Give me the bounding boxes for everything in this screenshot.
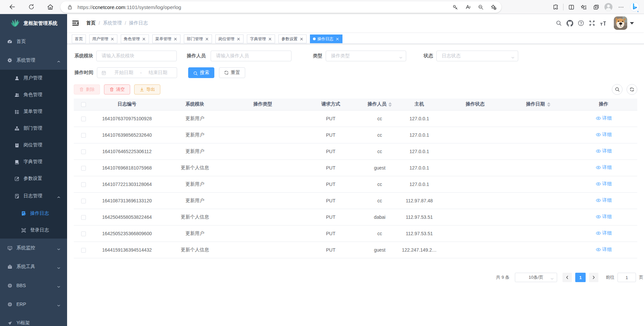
detail-link[interactable]: 详细 bbox=[596, 230, 612, 236]
detail-link[interactable]: 详细 bbox=[596, 132, 612, 138]
sort-carets-icon[interactable] bbox=[547, 102, 550, 107]
browser-menu-icon[interactable] bbox=[616, 2, 626, 12]
search-button[interactable]: 搜索 bbox=[188, 67, 214, 78]
tab-close-icon[interactable] bbox=[335, 37, 339, 41]
reset-button[interactable]: 重置 bbox=[219, 67, 245, 78]
add-favorite-icon[interactable] bbox=[489, 2, 498, 12]
sort-carets-icon[interactable] bbox=[388, 102, 392, 107]
browser-home-icon[interactable] bbox=[46, 2, 55, 12]
toggle-search-button[interactable] bbox=[612, 84, 623, 95]
avatar[interactable] bbox=[614, 16, 627, 30]
page-size-select[interactable]: 10条/页 bbox=[515, 273, 557, 282]
date-range-input[interactable]: 开始日期 - 结束日期 bbox=[97, 67, 177, 78]
tab-字典管理[interactable]: 字典管理 bbox=[247, 35, 275, 43]
page-number-1[interactable]: 1 bbox=[575, 273, 586, 282]
url-text[interactable]: https://ccnetcore.com:1101/system/log/op… bbox=[77, 4, 450, 10]
clear-button[interactable]: 清空 bbox=[104, 84, 130, 94]
tab-close-icon[interactable] bbox=[142, 37, 146, 41]
tab-用户管理[interactable]: 用户管理 bbox=[89, 35, 117, 43]
prev-page-button[interactable] bbox=[562, 273, 572, 282]
module-input[interactable]: 请输入系统模块 bbox=[96, 51, 177, 61]
sidebar-item-BBS[interactable]: BBS bbox=[0, 276, 67, 295]
row-checkbox[interactable] bbox=[81, 232, 86, 236]
detail-link[interactable]: 详细 bbox=[596, 247, 612, 253]
column-header-操作日期[interactable]: 操作日期 bbox=[506, 99, 570, 110]
sidebar-item-首页[interactable]: 首页 bbox=[0, 32, 67, 51]
help-icon[interactable] bbox=[578, 20, 584, 26]
refresh-table-button[interactable] bbox=[627, 84, 637, 95]
tab-close-icon[interactable] bbox=[236, 37, 240, 41]
tab-角色管理[interactable]: 角色管理 bbox=[121, 35, 149, 43]
copilot-bing-icon[interactable] bbox=[629, 1, 641, 13]
operator-input[interactable]: 请输入操作人员 bbox=[211, 51, 291, 61]
read-aloud-icon[interactable] bbox=[463, 2, 473, 12]
sidebar-item-登录日志[interactable]: 登录日志 bbox=[0, 222, 67, 239]
sidebar-item-系统工具[interactable]: 系统工具 bbox=[0, 257, 67, 276]
header-search-icon[interactable] bbox=[555, 20, 562, 26]
caret-down-icon[interactable] bbox=[630, 22, 634, 24]
detail-link[interactable]: 详细 bbox=[596, 214, 612, 220]
row-checkbox[interactable] bbox=[81, 133, 86, 138]
detail-link[interactable]: 详细 bbox=[596, 148, 612, 154]
row-checkbox[interactable] bbox=[81, 149, 86, 154]
row-checkbox[interactable] bbox=[81, 199, 86, 203]
type-select[interactable]: 操作类型 bbox=[326, 51, 406, 61]
row-checkbox[interactable] bbox=[81, 166, 86, 171]
tab-部门管理[interactable]: 部门管理 bbox=[184, 35, 212, 43]
export-button[interactable]: 导出 bbox=[134, 84, 160, 94]
password-key-icon[interactable] bbox=[450, 2, 460, 12]
tab-参数设置[interactable]: 参数设置 bbox=[278, 35, 307, 43]
status-select[interactable]: 日志状态 bbox=[436, 51, 518, 61]
detail-link[interactable]: 详细 bbox=[596, 197, 612, 203]
row-checkbox[interactable] bbox=[81, 248, 86, 253]
select-all-checkbox[interactable] bbox=[81, 102, 86, 107]
row-checkbox[interactable] bbox=[81, 215, 86, 220]
delete-button[interactable]: 删除 bbox=[74, 84, 100, 94]
sidebar-item-菜单管理[interactable]: 菜单管理 bbox=[0, 103, 67, 120]
tab-岗位管理[interactable]: 岗位管理 bbox=[215, 35, 244, 43]
split-screen-icon[interactable] bbox=[567, 2, 576, 12]
sidebar-item-ERP[interactable]: ERP bbox=[0, 295, 67, 314]
tab-操作日志[interactable]: 操作日志 bbox=[310, 35, 342, 43]
sidebar-item-部门管理[interactable]: 部门管理 bbox=[0, 120, 67, 137]
browser-profile-icon[interactable] bbox=[604, 2, 613, 12]
fullscreen-icon[interactable] bbox=[589, 20, 595, 26]
next-page-button[interactable] bbox=[589, 273, 598, 282]
detail-link[interactable]: 详细 bbox=[596, 115, 612, 121]
jump-page-input[interactable]: 1 bbox=[618, 273, 636, 282]
browser-back-icon[interactable] bbox=[7, 2, 17, 12]
sidebar-item-参数设置[interactable]: 参数设置 bbox=[0, 170, 67, 187]
detail-link[interactable]: 详细 bbox=[596, 165, 612, 171]
font-size-icon[interactable] bbox=[600, 20, 606, 26]
sidebar-item-用户管理[interactable]: 用户管理 bbox=[0, 70, 67, 86]
sidebar-item-字典管理[interactable]: 字典管理 bbox=[0, 153, 67, 170]
sidebar-item-系统监控[interactable]: 系统监控 bbox=[0, 239, 67, 257]
row-checkbox[interactable] bbox=[81, 182, 86, 187]
row-checkbox[interactable] bbox=[81, 117, 86, 121]
collections-icon[interactable] bbox=[591, 2, 601, 12]
tab-close-icon[interactable] bbox=[205, 37, 209, 41]
sidebar-item-岗位管理[interactable]: 岗位管理 bbox=[0, 137, 67, 153]
tab-close-icon[interactable] bbox=[300, 37, 304, 41]
tab-首页[interactable]: 首页 bbox=[72, 35, 86, 43]
tab-close-icon[interactable] bbox=[173, 37, 177, 41]
zoom-out-icon[interactable] bbox=[476, 2, 485, 12]
sidebar-item-系统管理[interactable]: 系统管理 bbox=[0, 51, 67, 70]
hamburger-icon[interactable] bbox=[72, 20, 79, 26]
detail-link[interactable]: 详细 bbox=[596, 181, 612, 187]
github-icon[interactable] bbox=[567, 20, 573, 26]
sidebar-item-Yi框架[interactable]: Yi框架 bbox=[0, 314, 67, 326]
tab-close-icon[interactable] bbox=[268, 37, 272, 41]
breadcrumb-item[interactable]: 首页 bbox=[86, 20, 96, 26]
tab-close-icon[interactable] bbox=[110, 37, 114, 41]
sidebar-item-角色管理[interactable]: 角色管理 bbox=[0, 86, 67, 103]
address-bar[interactable]: https://ccnetcore.com:1101/system/log/op… bbox=[60, 1, 501, 13]
browser-refresh-icon[interactable] bbox=[26, 2, 36, 12]
column-header-操作人员[interactable]: 操作人员 bbox=[365, 99, 395, 110]
sidebar-item-操作日志[interactable]: 操作日志 bbox=[0, 205, 67, 222]
tab-菜单管理[interactable]: 菜单管理 bbox=[152, 35, 180, 43]
extensions-icon[interactable] bbox=[551, 2, 560, 12]
sidebar-item-日志管理[interactable]: 日志管理 bbox=[0, 187, 67, 205]
favorites-icon[interactable] bbox=[579, 2, 588, 12]
logo[interactable]: 意框架管理系统 bbox=[0, 14, 67, 32]
